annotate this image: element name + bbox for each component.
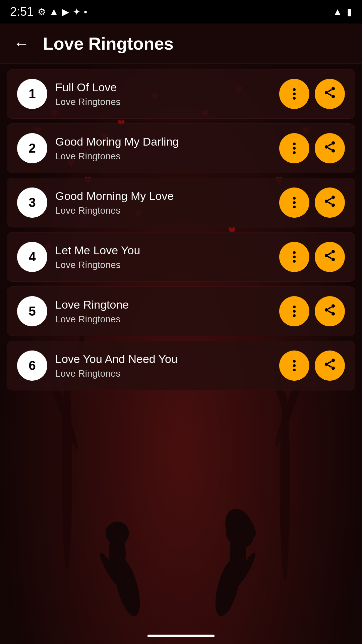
svg-point-55	[331, 304, 335, 308]
music-icon: ✦	[73, 6, 80, 17]
ringtone-card: 4 Let Me Love You Love Ringtones	[7, 232, 355, 282]
track-category: Love Ringtones	[55, 97, 271, 107]
svg-point-51	[325, 254, 328, 257]
track-info: Let Me Love You Love Ringtones	[55, 244, 271, 270]
share-icon	[323, 140, 337, 157]
track-name: Full Of Love	[55, 81, 271, 94]
share-button[interactable]	[315, 242, 345, 272]
track-category: Love Ringtones	[55, 205, 271, 216]
back-button[interactable]: ←	[10, 31, 33, 56]
track-name: Love You And Need You	[55, 353, 271, 366]
more-options-button[interactable]	[279, 242, 309, 272]
svg-line-39	[328, 93, 331, 95]
svg-line-44	[328, 148, 331, 150]
track-category: Love Ringtones	[55, 368, 271, 379]
status-right: ▲ ▮	[333, 6, 352, 17]
svg-point-35	[331, 87, 335, 90]
track-actions	[279, 242, 345, 272]
share-icon	[323, 303, 337, 320]
track-category: Love Ringtones	[55, 314, 271, 325]
ringtone-card: 2 Good Moring My Darling Love Ringtones	[7, 123, 355, 173]
more-options-button[interactable]	[279, 351, 309, 381]
share-button[interactable]	[315, 296, 345, 326]
status-time: 2:51	[10, 5, 34, 19]
svg-point-36	[325, 91, 328, 94]
track-actions	[279, 351, 345, 381]
share-button[interactable]	[315, 187, 345, 218]
more-options-button[interactable]	[279, 79, 309, 109]
track-info: Good Moring My Darling Love Ringtones	[55, 135, 271, 162]
track-actions	[279, 187, 345, 218]
share-icon	[323, 195, 337, 211]
svg-line-49	[328, 202, 331, 204]
svg-line-54	[328, 256, 331, 258]
dot-icon: ●	[84, 8, 87, 15]
more-dots-icon	[293, 360, 296, 371]
share-button[interactable]	[315, 351, 345, 381]
svg-line-58	[328, 307, 331, 309]
svg-point-45	[331, 196, 335, 199]
svg-point-57	[331, 312, 335, 315]
more-dots-icon	[293, 88, 296, 100]
more-dots-icon	[293, 306, 296, 317]
track-number: 3	[17, 187, 47, 218]
share-button[interactable]	[315, 133, 345, 163]
track-name: Let Me Love You	[55, 244, 271, 257]
more-dots-icon	[293, 143, 296, 154]
track-info: Full Of Love Love Ringtones	[55, 81, 271, 107]
track-info: Good Morning My Love Love Ringtones	[55, 190, 271, 216]
svg-point-61	[325, 363, 328, 366]
more-options-button[interactable]	[279, 187, 309, 218]
svg-point-56	[325, 308, 328, 312]
app-header: ← Love Ringtones	[0, 23, 362, 64]
track-number: 5	[17, 296, 47, 326]
status-icons: ⚙ ▲ ▶ ✦ ●	[38, 6, 87, 17]
share-icon	[323, 86, 337, 102]
svg-line-43	[328, 144, 331, 146]
battery-icon: ▮	[347, 6, 352, 17]
bottom-nav-indicator	[147, 635, 215, 637]
track-info: Love Ringtone Love Ringtones	[55, 298, 271, 325]
more-dots-icon	[293, 251, 296, 263]
track-number: 1	[17, 79, 47, 109]
ringtones-list: 1 Full Of Love Love Ringtones	[0, 64, 362, 396]
track-number: 4	[17, 242, 47, 272]
svg-line-64	[328, 365, 331, 367]
status-bar: 2:51 ⚙ ▲ ▶ ✦ ● ▲ ▮	[0, 0, 362, 23]
track-actions	[279, 79, 345, 109]
track-actions	[279, 133, 345, 163]
ringtone-card: 3 Good Morning My Love Love Ringtones	[7, 178, 355, 227]
svg-line-53	[328, 253, 331, 255]
track-info: Love You And Need You Love Ringtones	[55, 353, 271, 379]
svg-point-42	[331, 149, 335, 152]
track-name: Good Moring My Darling	[55, 135, 271, 148]
track-category: Love Ringtones	[55, 151, 271, 162]
svg-point-37	[331, 95, 335, 98]
shield-icon: ▶	[62, 6, 69, 17]
svg-point-47	[331, 203, 335, 207]
clipboard-icon: ▲	[49, 6, 59, 17]
ringtone-card: 5 Love Ringtone Love Ringtones	[7, 286, 355, 336]
svg-point-41	[325, 145, 328, 149]
more-options-button[interactable]	[279, 296, 309, 326]
svg-point-46	[325, 200, 328, 203]
ringtone-card: 1 Full Of Love Love Ringtones	[7, 69, 355, 119]
track-name: Love Ringtone	[55, 298, 271, 311]
svg-line-38	[328, 90, 331, 92]
svg-point-62	[331, 366, 335, 370]
share-button[interactable]	[315, 79, 345, 109]
svg-point-52	[331, 258, 335, 261]
more-options-button[interactable]	[279, 133, 309, 163]
track-actions	[279, 296, 345, 326]
track-number: 6	[17, 351, 47, 381]
more-dots-icon	[293, 197, 296, 208]
svg-line-48	[328, 198, 331, 200]
ringtone-card: 6 Love You And Need You Love Ringtones	[7, 341, 355, 390]
svg-point-40	[331, 141, 335, 145]
page-title: Love Ringtones	[43, 34, 174, 54]
track-name: Good Morning My Love	[55, 190, 271, 203]
svg-point-60	[331, 359, 335, 362]
signal-icon: ▲	[333, 6, 342, 17]
share-icon	[323, 358, 337, 374]
track-number: 2	[17, 133, 47, 163]
